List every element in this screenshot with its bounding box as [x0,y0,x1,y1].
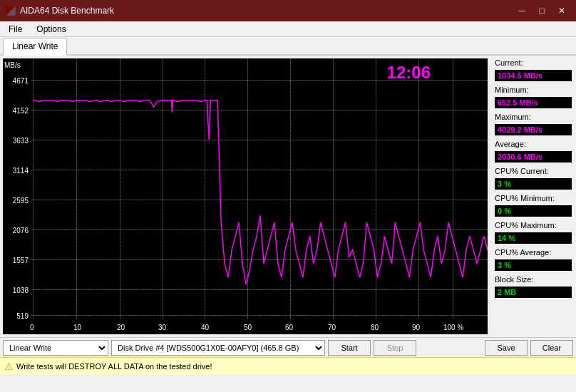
clear-button[interactable]: Clear [530,340,573,356]
cpu-minimum-label: CPU% Minimum: [495,194,572,202]
stop-button[interactable]: Stop [374,340,416,356]
maximize-button[interactable]: □ [533,4,550,18]
current-value: 1034.5 MB/s [495,70,572,81]
disk-dropdown[interactable]: Disk Drive #4 [WDS500G1X0E-00AFY0] (465.… [111,340,325,356]
x-label-9: 90 [412,324,420,331]
average-value: 2030.6 MB/s [495,151,572,163]
cpu-maximum-label: CPU% Maximum: [495,221,572,229]
bottom-controls: Linear Write Disk Drive #4 [WDS500G1X0E-… [0,337,576,357]
minimize-button[interactable]: ─ [513,4,530,18]
start-button[interactable]: Start [328,340,371,356]
minimum-label: Minimum: [495,86,572,94]
current-label: Current: [495,58,572,67]
chart-svg [33,71,488,319]
average-label: Average: [495,140,572,148]
x-label-5: 50 [244,324,252,331]
title-bar: AIDA64 Disk Benchmark ─ □ ✕ [0,0,576,21]
cpu-average-label: CPU% Average: [495,248,572,257]
tab-linear-write[interactable]: Linear Write [3,38,67,56]
menu-bar: File Options [0,21,576,37]
cpu-average-value: 3 % [495,259,572,271]
block-size-label: Block Size: [495,275,572,284]
right-panel: Current: 1034.5 MB/s Minimum: 652.5 MB/s… [490,56,576,337]
cpu-minimum-value: 0 % [495,205,572,217]
menu-file[interactable]: File [3,23,28,36]
x-label-1: 10 [73,324,81,331]
app-title: AIDA64 Disk Benchmark [20,6,114,16]
y-label-3: 3114 [4,167,29,175]
x-label-10: 100 % [443,324,463,331]
x-label-7: 70 [328,324,336,331]
test-type-dropdown[interactable]: Linear Write [3,340,108,356]
y-label-8: 519 [4,312,29,320]
x-label-3: 30 [158,324,166,331]
y-label-5: 2076 [4,227,29,234]
x-label-4: 40 [201,324,209,331]
x-label-6: 60 [285,324,293,331]
mb-s-label: MB/s [4,61,21,69]
menu-options[interactable]: Options [31,23,71,36]
block-size-value: 2 MB [495,287,572,298]
y-label-4: 2595 [4,197,29,205]
y-label-7: 1038 [4,287,29,294]
cpu-maximum-value: 14 % [495,232,572,244]
warning-text: Write tests will DESTROY ALL DATA on the… [16,362,212,371]
maximum-label: Maximum: [495,113,572,121]
minimum-value: 652.5 MB/s [495,97,572,108]
close-button[interactable]: ✕ [553,4,570,18]
maximum-value: 4029.2 MB/s [495,124,572,135]
cpu-current-label: CPU% Current: [495,167,572,175]
y-label-6: 1557 [4,257,29,264]
chart-area: MB/s 12:06 4671 4152 3633 3114 2595 2076… [3,58,488,334]
cpu-current-value: 3 % [495,178,572,190]
x-label-8: 80 [371,324,379,331]
warning-bar: ⚠ Write tests will DESTROY ALL DATA on t… [0,357,576,374]
y-label-1: 4152 [4,107,29,115]
tab-bar: Linear Write [0,37,576,56]
x-label-2: 20 [117,324,125,331]
save-button[interactable]: Save [485,340,528,356]
y-label-0: 4671 [4,77,29,85]
x-label-0: 0 [30,324,34,331]
app-icon [6,6,16,16]
warning-icon: ⚠ [4,361,14,372]
y-label-2: 3633 [4,137,29,145]
